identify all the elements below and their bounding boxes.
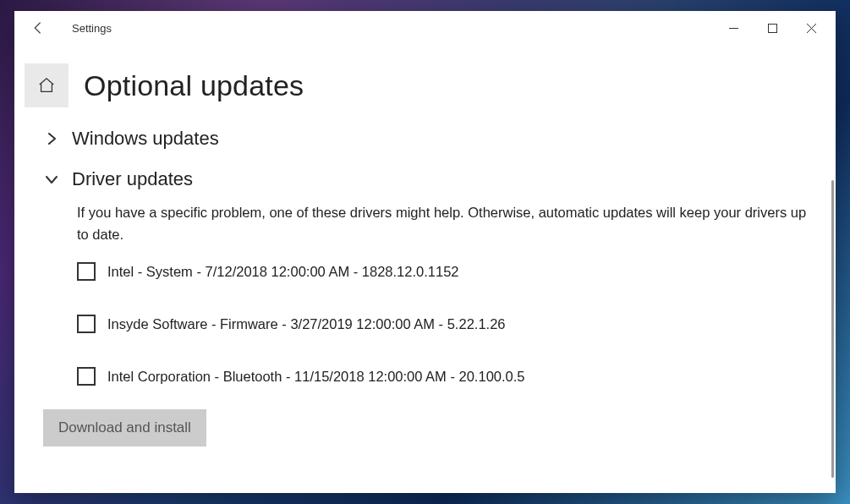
driver-label: Intel - System - 7/12/2018 12:00:00 AM -… [107, 264, 459, 280]
driver-item: Intel Corporation - Bluetooth - 11/15/20… [77, 367, 810, 386]
section-label: Windows updates [72, 128, 219, 150]
titlebar: Settings [14, 11, 836, 45]
back-button[interactable] [26, 16, 50, 40]
chevron-right-icon [43, 133, 60, 145]
driver-label: Intel Corporation - Bluetooth - 11/15/20… [107, 369, 525, 385]
maximize-icon [768, 24, 777, 33]
home-icon [37, 76, 56, 95]
close-icon [807, 24, 816, 33]
arrow-left-icon [30, 20, 46, 36]
section-windows-updates[interactable]: Windows updates [43, 128, 817, 150]
maximize-button[interactable] [753, 14, 792, 41]
driver-label: Insyde Software - Firmware - 3/27/2019 1… [107, 316, 506, 332]
section-label: Driver updates [72, 168, 193, 190]
titlebar-title: Settings [72, 22, 112, 35]
settings-window: Settings Optional updates [14, 11, 836, 493]
home-button[interactable] [25, 63, 69, 107]
driver-item: Insyde Software - Firmware - 3/27/2019 1… [77, 315, 810, 333]
chevron-down-icon [43, 173, 60, 185]
page-header: Optional updates [14, 45, 836, 112]
scrollbar[interactable] [831, 180, 834, 478]
driver-checkbox[interactable] [77, 262, 96, 281]
content-area: Windows updates Driver updates If you ha… [14, 112, 836, 493]
minimize-button[interactable] [714, 14, 753, 41]
driver-updates-body: If you have a specific problem, one of t… [43, 202, 817, 386]
driver-updates-description: If you have a specific problem, one of t… [77, 202, 810, 245]
driver-checkbox[interactable] [77, 367, 96, 386]
driver-checkbox[interactable] [77, 315, 96, 333]
minimize-icon [729, 24, 738, 33]
section-driver-updates[interactable]: Driver updates [43, 168, 817, 190]
driver-item: Intel - System - 7/12/2018 12:00:00 AM -… [77, 262, 810, 281]
action-row: Download and install [43, 409, 817, 446]
download-install-button[interactable]: Download and install [43, 409, 206, 446]
window-controls [714, 14, 831, 41]
close-button[interactable] [792, 14, 831, 41]
page-title: Optional updates [84, 69, 304, 102]
svg-rect-1 [768, 24, 776, 32]
